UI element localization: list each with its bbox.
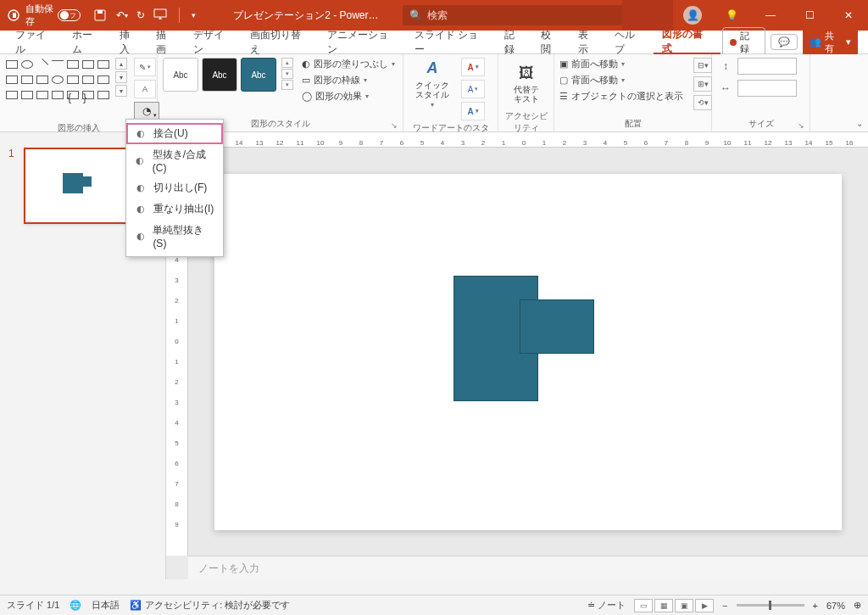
reading-view-button[interactable]: ▣ bbox=[675, 599, 693, 612]
zoom-slider[interactable] bbox=[737, 604, 804, 607]
notes-pane[interactable]: ノートを入力 bbox=[188, 556, 868, 579]
shapes-gallery[interactable]: {} bbox=[5, 58, 110, 102]
tab-3[interactable]: 描画 bbox=[147, 31, 185, 54]
rotate-button[interactable]: ⟲▾ bbox=[693, 95, 712, 110]
group-label-arrange: 配置 bbox=[625, 119, 642, 128]
status-lang-icon[interactable]: 🌐 bbox=[70, 600, 81, 611]
style-gallery-scroll[interactable]: ▴▾▾ bbox=[281, 58, 293, 90]
slide-number: 1 bbox=[8, 148, 14, 159]
send-backward-icon: ▢ bbox=[559, 75, 568, 86]
merge-option-1[interactable]: ◐型抜き/合成(C) bbox=[126, 144, 223, 177]
status-slide: スライド 1/1 bbox=[7, 599, 59, 612]
bring-forward-icon: ▣ bbox=[559, 59, 568, 70]
ribbon-tabs: ファイルホーム挿入描画デザイン画面切り替えアニメーションスライド ショー記録校閲… bbox=[0, 31, 868, 54]
undo-button[interactable]: ↶▾ bbox=[116, 9, 128, 21]
app-icon bbox=[7, 8, 20, 23]
tab-9[interactable]: 校閲 bbox=[532, 31, 570, 54]
window-title: プレゼンテーション2 - Power… bbox=[233, 8, 378, 23]
bring-forward-button[interactable]: ▣前面へ移動▾ bbox=[559, 58, 683, 70]
tab-5[interactable]: 画面切り替え bbox=[242, 31, 319, 54]
group-label-shapes: 図形の挿入 bbox=[58, 123, 100, 132]
svg-rect-4 bbox=[154, 9, 166, 17]
fit-to-window-button[interactable]: ⊕ bbox=[854, 600, 861, 611]
tab-2[interactable]: 挿入 bbox=[111, 31, 148, 54]
sorter-view-button[interactable]: ▦ bbox=[654, 599, 673, 612]
status-accessibility[interactable]: ♿アクセシビリティ: 検討が必要です bbox=[130, 599, 290, 612]
tab-6[interactable]: アニメーション bbox=[319, 31, 406, 54]
height-input[interactable] bbox=[737, 58, 797, 75]
record-button[interactable]: 記録 bbox=[722, 27, 765, 58]
comments-button[interactable]: 💬 bbox=[771, 34, 798, 50]
accessibility-icon: ♿ bbox=[130, 600, 142, 611]
canvas[interactable] bbox=[188, 148, 868, 556]
autosave-toggle[interactable]: 自動保存 オフ bbox=[25, 3, 81, 28]
width-input[interactable] bbox=[737, 80, 797, 97]
notes-toggle[interactable]: ≐ノート bbox=[587, 599, 626, 612]
ribbon-collapse-button[interactable]: ⌄ bbox=[856, 119, 863, 128]
tab-8[interactable]: 記録 bbox=[496, 31, 533, 54]
text-box-button[interactable]: A bbox=[134, 80, 156, 98]
alt-text-icon: 🖼 bbox=[516, 63, 537, 83]
save-icon[interactable] bbox=[92, 8, 108, 23]
merge-option-0[interactable]: ◐接合(U) bbox=[126, 123, 223, 144]
group-size: ↕ ↔ サイズ↘ bbox=[712, 54, 810, 131]
share-button[interactable]: 👥 共有 ▾ bbox=[803, 28, 858, 57]
merge-shapes-dropdown: ◐接合(U)◐型抜き/合成(C)◐切り出し(F)◐重なり抽出(I)◐単純型抜き(… bbox=[125, 119, 224, 257]
text-effects-button[interactable]: A bbox=[461, 102, 485, 120]
merge-option-icon: ◐ bbox=[135, 182, 147, 194]
view-buttons: ▭ ▦ ▣ ▶ bbox=[634, 599, 714, 612]
merge-option-3[interactable]: ◐重なり抽出(I) bbox=[126, 198, 223, 220]
status-bar: スライド 1/1 🌐 日本語 ♿アクセシビリティ: 検討が必要です ≐ノート ▭… bbox=[0, 595, 868, 615]
merge-option-4[interactable]: ◐単純型抜き(S) bbox=[126, 220, 223, 253]
zoom-level[interactable]: 67% bbox=[826, 601, 845, 611]
group-label-styles: 図形のスタイル bbox=[251, 119, 310, 128]
slideshow-view-button[interactable]: ▶ bbox=[695, 599, 714, 612]
group-label-access: アクセシビリティ bbox=[505, 111, 548, 132]
slide[interactable] bbox=[214, 174, 842, 530]
merge-shapes-button[interactable]: ◔▾ bbox=[134, 102, 159, 120]
wordart-quickstyle-button[interactable]: A クイック スタイル ▾ bbox=[409, 58, 456, 109]
tab-10[interactable]: 表示 bbox=[570, 31, 607, 54]
shape-styles-gallery[interactable]: Abc Abc Abc bbox=[163, 58, 276, 92]
outline-icon: ▭ bbox=[302, 75, 310, 86]
slide-editor: 1615141312111098765432101234567891011121… bbox=[166, 132, 868, 579]
merge-option-icon: ◐ bbox=[135, 204, 147, 215]
text-outline-button[interactable]: A bbox=[461, 80, 485, 98]
merge-option-2[interactable]: ◐切り出し(F) bbox=[126, 177, 223, 198]
zoom-out-button[interactable]: − bbox=[722, 601, 727, 611]
shape-rect-2[interactable] bbox=[520, 299, 594, 354]
align-button[interactable]: ⊟▾ bbox=[693, 58, 712, 73]
present-from-start-button[interactable] bbox=[153, 8, 167, 23]
group-button[interactable]: ⊞▾ bbox=[693, 76, 712, 92]
width-icon: ↔ bbox=[717, 81, 734, 96]
tab-11[interactable]: ヘルプ bbox=[606, 31, 653, 54]
size-launcher[interactable]: ↘ bbox=[798, 121, 804, 130]
status-lang: 日本語 bbox=[92, 599, 120, 612]
selection-pane-icon: ☰ bbox=[559, 91, 568, 102]
fill-icon: ◐ bbox=[302, 59, 310, 70]
tab-0[interactable]: ファイル bbox=[7, 31, 64, 54]
tab-4[interactable]: デザイン bbox=[185, 31, 242, 54]
send-backward-button[interactable]: ▢背面へ移動▾ bbox=[559, 74, 683, 87]
autosave-label: 自動保存 bbox=[25, 3, 54, 28]
tab-1[interactable]: ホーム bbox=[64, 31, 110, 54]
search-box[interactable]: 🔍 検索 bbox=[403, 5, 622, 25]
group-accessibility: 🖼 代替テ キスト アクセシビリティ bbox=[498, 54, 554, 131]
tab-12[interactable]: 図形の書式 bbox=[654, 31, 721, 54]
alt-text-button[interactable]: 🖼 代替テ キスト bbox=[504, 58, 548, 109]
normal-view-button[interactable]: ▭ bbox=[634, 599, 653, 612]
edit-shape-button[interactable]: ✎ bbox=[134, 58, 156, 76]
tab-7[interactable]: スライド ショー bbox=[406, 31, 496, 54]
shapes-gallery-scroll[interactable]: ▴▾▾ bbox=[115, 58, 127, 97]
shape-fill-button[interactable]: ◐図形の塗りつぶし▾ bbox=[302, 58, 395, 70]
text-fill-button[interactable]: A bbox=[461, 58, 485, 76]
shape-effects-button[interactable]: ◯図形の効果▾ bbox=[302, 90, 395, 103]
styles-launcher[interactable]: ↘ bbox=[391, 121, 398, 130]
notes-placeholder: ノートを入力 bbox=[198, 562, 259, 574]
selection-pane-button[interactable]: ☰オブジェクトの選択と表示 bbox=[559, 90, 683, 103]
shape-outline-button[interactable]: ▭図形の枠線▾ bbox=[302, 74, 395, 87]
zoom-in-button[interactable]: + bbox=[813, 601, 818, 611]
redo-button[interactable]: ↻ bbox=[136, 9, 145, 21]
qat-more-button[interactable]: ▾ bbox=[192, 11, 196, 20]
group-wordart: A クイック スタイル ▾ A A A ワードアートのスタイル↘ bbox=[403, 54, 498, 131]
